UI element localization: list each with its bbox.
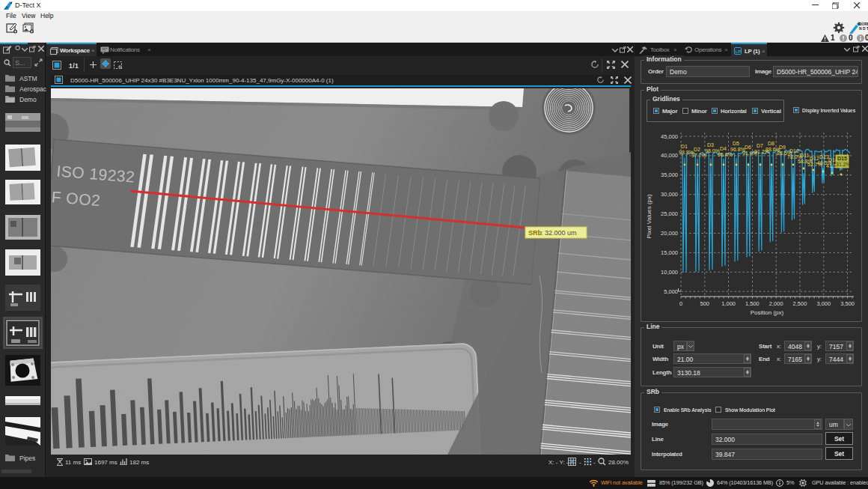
- svg-text:45,000: 45,000: [661, 133, 678, 140]
- svg-text:20,000: 20,000: [661, 230, 678, 237]
- svg-text:30,000: 30,000: [661, 191, 678, 198]
- svg-text:D8: D8: [768, 141, 774, 146]
- svg-text:15,000: 15,000: [661, 249, 678, 256]
- svg-text:D7: D7: [757, 143, 763, 148]
- svg-text:96.4%: 96.4%: [718, 152, 733, 157]
- svg-text:D4: D4: [720, 146, 727, 151]
- svg-text:3,500: 3,500: [840, 300, 855, 307]
- svg-text:D2: D2: [694, 147, 700, 152]
- svg-text:35,000: 35,000: [661, 171, 678, 178]
- svg-text:3,000: 3,000: [816, 300, 831, 307]
- svg-text:500: 500: [700, 300, 710, 307]
- svg-text:40,000: 40,000: [661, 152, 678, 159]
- svg-text:D6: D6: [745, 145, 751, 150]
- svg-text:97.7%: 97.7%: [691, 153, 706, 158]
- svg-text:2,500: 2,500: [793, 300, 807, 307]
- svg-text:LP: LP: [736, 49, 741, 54]
- svg-text:D15: D15: [837, 156, 847, 161]
- svg-text:1,000: 1,000: [721, 300, 736, 307]
- svg-text:Pixel Values (px): Pixel Values (px): [646, 194, 652, 239]
- svg-text:D1: D1: [681, 144, 688, 149]
- svg-text:D10: D10: [789, 148, 799, 154]
- svg-text:1,500: 1,500: [745, 300, 760, 307]
- svg-text:Position (px): Position (px): [751, 309, 784, 316]
- svg-text:D11: D11: [800, 153, 809, 158]
- svg-text:31.2%: 31.2%: [836, 162, 851, 167]
- svg-text:D3: D3: [707, 142, 714, 148]
- svg-text:25,000: 25,000: [661, 210, 678, 217]
- svg-text:10,000: 10,000: [661, 269, 678, 276]
- svg-text:D5: D5: [733, 141, 739, 146]
- svg-text:2,000: 2,000: [769, 300, 783, 307]
- svg-text:D9: D9: [779, 145, 786, 150]
- svg-text:D13: D13: [819, 154, 829, 160]
- svg-text:0: 0: [679, 300, 682, 307]
- svg-text:5,000: 5,000: [664, 288, 678, 295]
